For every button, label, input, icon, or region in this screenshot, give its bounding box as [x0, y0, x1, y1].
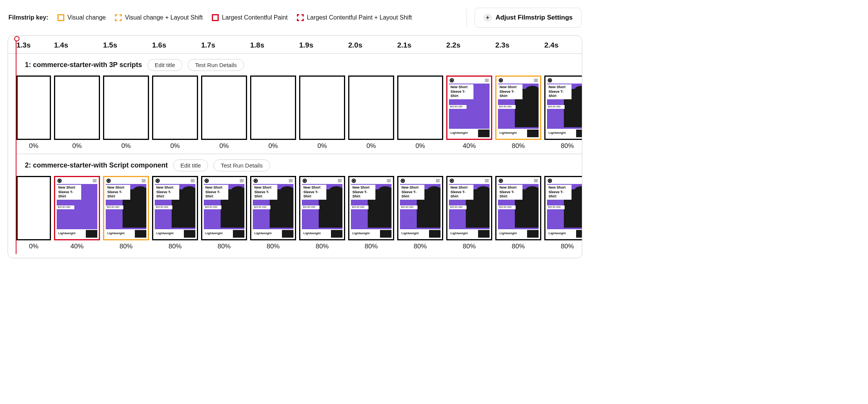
frame[interactable]: 0% — [16, 76, 51, 150]
frame[interactable]: 0% — [103, 76, 149, 150]
frame[interactable]: New Short Sleeve T-Shirt $25.00 USD Ligh… — [299, 176, 345, 250]
frame-thumbnail[interactable]: New Short Sleeve T-Shirt $25.00 USD Ligh… — [397, 176, 443, 240]
adjust-button-label: Adjust Filmstrip Settings — [496, 14, 573, 21]
product-price: $25.00 USD — [253, 205, 270, 209]
frame-thumbnail[interactable] — [152, 76, 198, 140]
frame-thumbnail[interactable]: New Short Sleeve T-Shirt $25.00 USD Ligh… — [201, 176, 247, 240]
product-tag: Lightweight — [155, 230, 184, 238]
frame[interactable]: 0% — [348, 76, 394, 150]
menu-icon — [289, 179, 293, 183]
frame[interactable]: 0% — [54, 76, 100, 150]
logo-icon — [450, 78, 454, 82]
frame-thumbnail[interactable]: New Short Sleeve T-Shirt $25.00 USD Ligh… — [446, 176, 492, 240]
frame-thumbnail[interactable]: New Short Sleeve T-Shirt $25.00 USD Ligh… — [495, 76, 541, 140]
product-tag: Lightweight — [302, 230, 331, 238]
product-tag: Lightweight — [57, 230, 86, 238]
product-price: $25.00 USD — [204, 205, 221, 209]
product-title: New Short Sleeve T-Shirt — [449, 185, 473, 200]
frame[interactable]: 0% — [299, 76, 345, 150]
product-tag: Lightweight — [547, 230, 576, 238]
product-title: New Short Sleeve T-Shirt — [547, 185, 572, 200]
thumb-dark-block — [233, 230, 244, 238]
product-price: $25.00 USD — [449, 205, 467, 209]
frame-thumbnail[interactable]: New Short Sleeve T-Shirt $25.00 USD Ligh… — [103, 176, 149, 240]
frame-thumbnail[interactable]: New Short Sleeve T-Shirt $25.00 USD Ligh… — [250, 176, 296, 240]
frame[interactable]: New Short Sleeve T-Shirt $25.00 USD Ligh… — [544, 76, 582, 150]
frame[interactable]: New Short Sleeve T-Shirt $25.00 USD Ligh… — [54, 176, 100, 250]
product-title: New Short Sleeve T-Shirt — [449, 84, 473, 99]
frame[interactable]: New Short Sleeve T-Shirt $25.00 USD Ligh… — [495, 76, 541, 150]
thumb-dark-block — [184, 230, 195, 238]
frames-row: 0% New Short Sleeve T-Shirt $25.00 USD L… — [16, 176, 582, 250]
frame-thumbnail[interactable] — [348, 76, 394, 140]
frame-percent: 80% — [316, 243, 329, 250]
menu-icon — [191, 179, 195, 183]
time-tick: 1.6s — [152, 41, 201, 49]
frame[interactable]: New Short Sleeve T-Shirt $25.00 USD Ligh… — [152, 176, 198, 250]
top-bar: Filmstrip key: Visual change Visual chan… — [8, 8, 582, 28]
thumb-dark-block — [135, 230, 146, 238]
frame-percent: 0% — [29, 142, 39, 150]
frame-thumbnail[interactable] — [250, 76, 296, 140]
frame[interactable]: New Short Sleeve T-Shirt $25.00 USD Ligh… — [544, 176, 582, 250]
frame[interactable]: New Short Sleeve T-Shirt $25.00 USD Ligh… — [495, 176, 541, 250]
logo-icon — [548, 179, 552, 183]
logo-icon — [205, 179, 209, 183]
frame-thumbnail[interactable] — [16, 176, 51, 240]
test-run-details-button[interactable]: Test Run Details — [213, 159, 270, 171]
logo-icon — [548, 78, 552, 82]
frame[interactable]: New Short Sleeve T-Shirt $25.00 USD Ligh… — [103, 176, 149, 250]
playhead[interactable] — [16, 38, 16, 254]
product-tag: Lightweight — [253, 230, 282, 238]
adjust-filmstrip-button[interactable]: + Adjust Filmstrip Settings — [475, 8, 581, 28]
test-run-details-button[interactable]: Test Run Details — [188, 59, 244, 71]
thumb-dark-block — [478, 230, 490, 238]
frame-thumbnail[interactable] — [103, 76, 149, 140]
frame[interactable]: 0% — [250, 76, 296, 150]
frame-thumbnail[interactable] — [16, 76, 51, 140]
frame-percent: 80% — [169, 243, 182, 250]
frame[interactable]: New Short Sleeve T-Shirt $25.00 USD Ligh… — [446, 176, 492, 250]
logo-icon — [156, 179, 160, 183]
frame-percent: 80% — [512, 142, 525, 150]
time-ruler: 1.3s1.4s1.5s1.6s1.7s1.8s1.9s2.0s2.1s2.2s… — [8, 36, 582, 54]
frame[interactable]: 0% — [152, 76, 198, 150]
frame-thumbnail[interactable]: New Short Sleeve T-Shirt $25.00 USD Ligh… — [54, 176, 100, 240]
product-price: $25.00 USD — [449, 105, 467, 109]
frame[interactable]: New Short Sleeve T-Shirt $25.00 USD Ligh… — [201, 176, 247, 250]
menu-icon — [93, 179, 97, 183]
frame-thumbnail[interactable]: New Short Sleeve T-Shirt $25.00 USD Ligh… — [152, 176, 198, 240]
frame-thumbnail[interactable] — [397, 76, 443, 140]
frame-thumbnail[interactable]: New Short Sleeve T-Shirt $25.00 USD Ligh… — [544, 76, 582, 140]
product-title: New Short Sleeve T-Shirt — [400, 185, 424, 200]
frame-thumbnail[interactable] — [201, 76, 247, 140]
frame[interactable]: New Short Sleeve T-Shirt $25.00 USD Ligh… — [250, 176, 296, 250]
frame-thumbnail[interactable]: New Short Sleeve T-Shirt $25.00 USD Ligh… — [446, 76, 492, 140]
frame-thumbnail[interactable]: New Short Sleeve T-Shirt $25.00 USD Ligh… — [544, 176, 582, 240]
frame-thumbnail[interactable] — [54, 76, 100, 140]
time-tick: 1.8s — [250, 41, 299, 49]
frame[interactable]: New Short Sleeve T-Shirt $25.00 USD Ligh… — [348, 176, 394, 250]
frame[interactable]: 0% — [201, 76, 247, 150]
frame-thumbnail[interactable]: New Short Sleeve T-Shirt $25.00 USD Ligh… — [495, 176, 541, 240]
frame-thumbnail[interactable] — [299, 76, 345, 140]
frame[interactable]: New Short Sleeve T-Shirt $25.00 USD Ligh… — [446, 76, 492, 150]
product-title: New Short Sleeve T-Shirt — [498, 84, 522, 99]
frame-percent: 80% — [512, 243, 525, 250]
frame-percent: 0% — [318, 142, 327, 150]
menu-icon — [534, 78, 538, 82]
frame-thumbnail[interactable]: New Short Sleeve T-Shirt $25.00 USD Ligh… — [348, 176, 394, 240]
product-price: $25.00 USD — [498, 105, 516, 109]
edit-title-button[interactable]: Edit title — [147, 59, 182, 71]
menu-icon — [338, 179, 342, 183]
frame[interactable]: New Short Sleeve T-Shirt $25.00 USD Ligh… — [397, 176, 443, 250]
edit-title-button[interactable]: Edit title — [173, 159, 208, 171]
frame-percent: 80% — [463, 243, 476, 250]
frame[interactable]: 0% — [16, 176, 51, 250]
product-tag: Lightweight — [449, 130, 478, 137]
product-price: $25.00 USD — [351, 205, 368, 209]
time-tick: 1.3s — [16, 41, 54, 49]
frame[interactable]: 0% — [397, 76, 443, 150]
thumb-dark-block — [478, 130, 490, 137]
frame-thumbnail[interactable]: New Short Sleeve T-Shirt $25.00 USD Ligh… — [299, 176, 345, 240]
